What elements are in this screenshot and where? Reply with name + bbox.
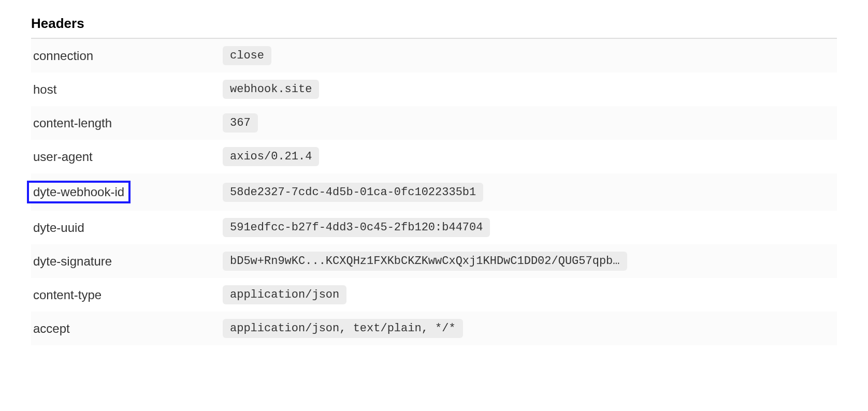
header-value-cell: application/json, text/plain, */*: [223, 319, 837, 338]
header-row: user-agentaxios/0.21.4: [31, 140, 837, 173]
section-title: Headers: [31, 16, 837, 32]
header-value-cell: axios/0.21.4: [223, 147, 837, 166]
header-row: dyte-webhook-id58de2327-7cdc-4d5b-01ca-0…: [31, 173, 837, 211]
header-value-cell: bD5w+Rn9wKC...KCXQHz1FXKbCKZKwwCxQxj1KHD…: [223, 252, 837, 271]
header-value: webhook.site: [223, 80, 319, 99]
header-key-cell: dyte-uuid: [31, 219, 223, 236]
header-row: content-typeapplication/json: [31, 278, 837, 312]
header-value: close: [223, 46, 271, 65]
header-key-cell: host: [31, 81, 223, 98]
header-row: acceptapplication/json, text/plain, */*: [31, 312, 837, 345]
header-key: connection: [31, 48, 95, 64]
headers-section: Headers connectionclosehostwebhook.sitec…: [31, 16, 837, 345]
header-key-cell: content-length: [31, 115, 223, 131]
header-value: 367: [223, 113, 258, 133]
header-key: content-length: [31, 115, 114, 131]
header-row: connectionclose: [31, 39, 837, 72]
header-value-cell: 591edfcc-b27f-4dd3-0c45-2fb120:b44704: [223, 218, 837, 237]
header-key-cell: dyte-webhook-id: [31, 181, 223, 203]
header-row: dyte-uuid591edfcc-b27f-4dd3-0c45-2fb120:…: [31, 211, 837, 244]
header-value: bD5w+Rn9wKC...KCXQHz1FXKbCKZKwwCxQxj1KHD…: [223, 252, 627, 271]
header-row: hostwebhook.site: [31, 72, 837, 106]
header-key-cell: accept: [31, 320, 223, 337]
header-value: 58de2327-7cdc-4d5b-01ca-0fc1022335b1: [223, 183, 483, 202]
header-row: content-length367: [31, 106, 837, 140]
header-key-cell: dyte-signature: [31, 253, 223, 270]
header-key: accept: [31, 320, 72, 337]
header-key: dyte-webhook-id: [27, 181, 131, 203]
header-value-cell: 367: [223, 113, 837, 133]
header-value-cell: application/json: [223, 285, 837, 304]
header-key: dyte-signature: [31, 253, 114, 270]
header-value: 591edfcc-b27f-4dd3-0c45-2fb120:b44704: [223, 218, 490, 237]
header-key: user-agent: [31, 149, 95, 165]
header-value-cell: webhook.site: [223, 80, 837, 99]
header-key-cell: connection: [31, 48, 223, 64]
header-key: content-type: [31, 287, 104, 303]
header-value-cell: 58de2327-7cdc-4d5b-01ca-0fc1022335b1: [223, 183, 837, 202]
header-key-cell: content-type: [31, 287, 223, 303]
header-value-cell: close: [223, 46, 837, 65]
header-value: axios/0.21.4: [223, 147, 319, 166]
header-key-cell: user-agent: [31, 149, 223, 165]
header-value: application/json: [223, 285, 346, 304]
header-value: application/json, text/plain, */*: [223, 319, 463, 338]
header-key: dyte-uuid: [31, 219, 86, 236]
header-row: dyte-signaturebD5w+Rn9wKC...KCXQHz1FXKbC…: [31, 244, 837, 278]
header-key: host: [31, 81, 59, 98]
headers-table: connectionclosehostwebhook.sitecontent-l…: [31, 38, 837, 345]
